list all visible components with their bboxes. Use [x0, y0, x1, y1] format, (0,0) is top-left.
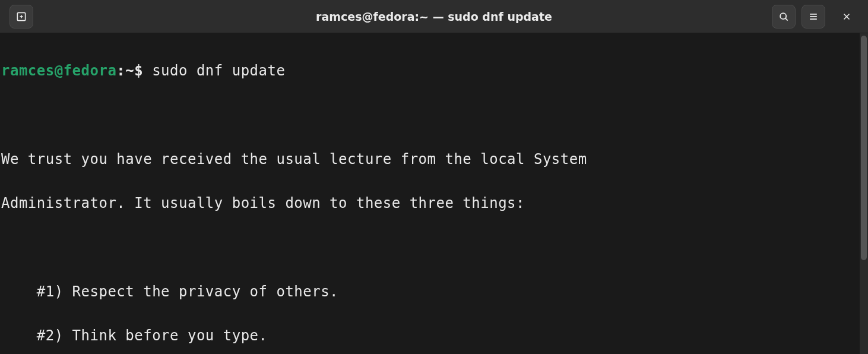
scrollbar[interactable]: [860, 33, 868, 354]
lecture-line: We trust you have received the usual lec…: [1, 148, 859, 170]
new-tab-icon: [15, 11, 27, 23]
scrollbar-thumb[interactable]: [861, 36, 867, 260]
titlebar: ramces@fedora:~ — sudo dnf update: [0, 0, 868, 33]
command-text: sudo dnf update: [152, 62, 285, 79]
new-tab-button[interactable]: [9, 5, 33, 29]
prompt-symbol: $: [134, 62, 143, 79]
hamburger-icon: [807, 11, 819, 23]
prompt-line: ramces@fedora:~$ sudo dnf update: [1, 60, 859, 82]
prompt-path: ~: [125, 62, 134, 79]
svg-point-3: [780, 13, 786, 19]
terminal-output[interactable]: ramces@fedora:~$ sudo dnf update We trus…: [0, 33, 860, 354]
search-button[interactable]: [772, 5, 796, 29]
prompt-sep: :: [116, 62, 125, 79]
prompt-userhost: ramces@fedora: [1, 62, 116, 79]
close-icon: [841, 11, 852, 22]
search-icon: [778, 11, 790, 23]
lecture-rule: #1) Respect the privacy of others.: [1, 281, 859, 303]
menu-button[interactable]: [802, 5, 825, 29]
lecture-rule: #2) Think before you type.: [1, 325, 859, 347]
close-button[interactable]: [835, 5, 859, 29]
lecture-line: Administrator. It usually boils down to …: [1, 192, 859, 214]
svg-line-4: [785, 18, 788, 20]
window-title: ramces@fedora:~ — sudo dnf update: [0, 10, 868, 23]
